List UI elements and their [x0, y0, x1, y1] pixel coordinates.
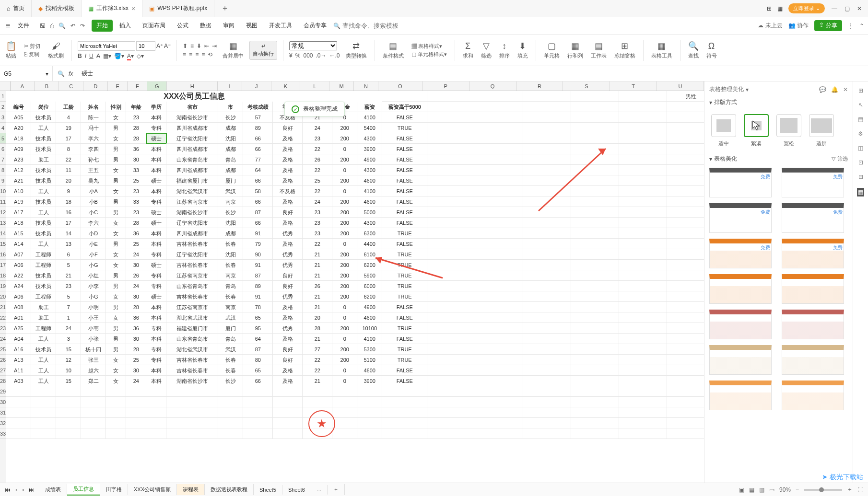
fullscreen-icon[interactable]: ⛶ [857, 486, 863, 493]
cell[interactable] [427, 196, 475, 207]
cell[interactable] [667, 344, 704, 355]
cell[interactable] [571, 218, 619, 228]
cell[interactable]: 66 [243, 376, 273, 386]
col-header[interactable]: R [516, 81, 563, 91]
cell[interactable] [475, 397, 523, 407]
cell[interactable]: 200 [332, 270, 357, 281]
cell[interactable] [571, 260, 619, 270]
cell[interactable] [218, 407, 243, 418]
cell[interactable] [475, 291, 523, 302]
cell[interactable]: 64 [243, 165, 273, 175]
row-header[interactable]: 28 [0, 376, 6, 386]
cell[interactable] [31, 386, 56, 397]
cell[interactable] [619, 407, 667, 418]
cell[interactable]: FALSE [382, 376, 427, 386]
cell[interactable]: 90 [243, 249, 273, 260]
formatpainter-button[interactable]: 🖌格式刷 [46, 41, 66, 59]
cell[interactable]: 优秀 [273, 323, 303, 334]
close-icon[interactable]: × [131, 5, 135, 12]
save-icon[interactable]: 🖫 [40, 23, 46, 29]
cell[interactable] [619, 175, 667, 186]
cell[interactable]: 长沙 [218, 207, 243, 218]
cell[interactable]: 女 [106, 355, 126, 365]
cell[interactable]: A25 [6, 323, 31, 334]
search-input[interactable] [342, 22, 410, 29]
cell[interactable]: 女 [106, 312, 126, 323]
cell[interactable]: 女 [106, 112, 126, 123]
cell[interactable]: 不及格 [273, 186, 303, 196]
cell[interactable] [523, 365, 571, 376]
cell[interactable]: 孙七 [81, 154, 106, 165]
cell[interactable]: 年龄 [126, 102, 146, 112]
cell[interactable]: 本科 [146, 365, 166, 376]
cell[interactable]: FALSE [382, 365, 427, 376]
section-beautify[interactable]: ▾ 表格美化 [709, 155, 737, 163]
col-header[interactable]: J [242, 81, 271, 91]
cell[interactable]: 山东省青岛市 [166, 154, 218, 165]
row-header[interactable]: 10 [0, 186, 6, 196]
cell[interactable] [667, 397, 704, 407]
cell[interactable]: 79 [243, 239, 273, 249]
cell[interactable]: 小张 [81, 334, 106, 344]
cell[interactable]: 及格 [273, 312, 303, 323]
cell[interactable] [427, 144, 475, 154]
cell[interactable]: 小红 [81, 270, 106, 281]
cell[interactable]: 岗位 [31, 102, 56, 112]
theme-card[interactable] [782, 274, 844, 304]
cell[interactable]: 28 [126, 133, 146, 144]
cell[interactable]: 15 [56, 344, 81, 355]
cell[interactable] [619, 312, 667, 323]
maximize-button[interactable]: ▢ [843, 5, 851, 12]
theme-card[interactable] [709, 274, 772, 304]
theme-card[interactable] [782, 310, 844, 339]
align-right-icon[interactable]: ≡ [195, 51, 199, 58]
cell[interactable] [619, 196, 667, 207]
cell[interactable] [667, 196, 704, 207]
cell[interactable]: 及格 [273, 154, 303, 165]
cell[interactable] [475, 323, 523, 334]
menu-start[interactable]: 开始 [92, 20, 113, 32]
cell[interactable]: A10 [6, 186, 31, 196]
col-header[interactable]: I [218, 81, 242, 91]
col-header[interactable]: Q [469, 81, 516, 91]
cell[interactable]: 辽宁省沈阳市 [166, 218, 218, 228]
cell[interactable]: 26 [303, 281, 332, 291]
find-button[interactable]: 🔍查找 [686, 41, 701, 59]
cell[interactable] [667, 281, 704, 291]
italic-button[interactable]: I [85, 53, 86, 59]
tab-sheet-5[interactable]: 课程表 [177, 484, 205, 495]
cell[interactable]: 吉林省长春市 [166, 260, 218, 270]
cell[interactable] [475, 312, 523, 323]
cell[interactable]: 25 [126, 239, 146, 249]
cell[interactable]: 4900 [357, 302, 382, 312]
font-name-input[interactable] [78, 41, 135, 51]
filter-link[interactable]: ▽ 筛选 [832, 155, 848, 162]
cell[interactable]: 本科 [146, 144, 166, 154]
cell[interactable]: 小王 [81, 312, 106, 323]
cell[interactable]: 优秀 [273, 228, 303, 239]
cell[interactable]: 23 [303, 207, 332, 218]
cell[interactable]: 4300 [357, 165, 382, 175]
cell[interactable] [475, 239, 523, 249]
cell[interactable]: 66 [243, 218, 273, 228]
cell[interactable]: 小E [81, 239, 106, 249]
cell[interactable]: 本科 [146, 186, 166, 196]
row-header[interactable]: 12 [0, 207, 6, 218]
cell[interactable] [427, 312, 475, 323]
cell[interactable]: 吉林省长春市 [166, 365, 218, 376]
cell[interactable] [218, 418, 243, 428]
tabletools-button[interactable]: ▦表格工具 [649, 41, 674, 59]
cell[interactable]: 28 [126, 123, 146, 133]
row-header[interactable]: 19 [0, 281, 6, 291]
cell[interactable]: TRUE [382, 355, 427, 365]
cell[interactable] [243, 428, 273, 439]
cell[interactable]: 200 [332, 355, 357, 365]
sheet-nav-prev[interactable]: ‹ [15, 486, 17, 493]
cell[interactable] [273, 407, 303, 418]
typeconv-button[interactable]: ⇄类型转换 [344, 41, 369, 59]
cell[interactable] [571, 228, 619, 239]
tab-sheet-4[interactable]: XXX公司销售额 [128, 484, 177, 495]
cell[interactable]: 66 [243, 175, 273, 186]
cell[interactable] [475, 355, 523, 365]
cell[interactable] [523, 218, 571, 228]
